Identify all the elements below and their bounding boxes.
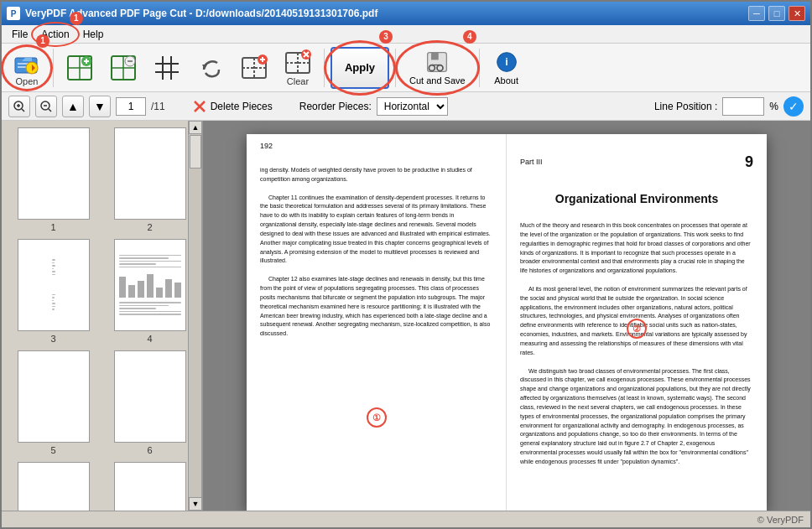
thumbnail-label: 6 [147, 445, 152, 455]
list-item[interactable]: 6 [105, 350, 195, 455]
document-spread: 192 ing density. Models of weighted dens… [247, 134, 767, 511]
clear-label: Clear [287, 76, 309, 86]
right-page-content: Much of the theory and research in this … [520, 221, 753, 467]
open-icon [13, 49, 40, 76]
list-item[interactable]: 2 [105, 127, 195, 232]
menu-file[interactable]: File [5, 27, 34, 42]
thumbnail-label: 3 [50, 334, 55, 344]
about-button[interactable]: i About [486, 47, 528, 89]
thumbnail-preview [18, 350, 90, 443]
delete-pieces-button[interactable]: Delete Pieces [185, 97, 279, 116]
thumbnail-panel: 1 2 [2, 121, 203, 511]
add-page-cut-button[interactable] [60, 47, 100, 89]
nav-down-button[interactable]: ▼ [89, 96, 111, 117]
thumbnail-preview [114, 462, 186, 511]
title-bar-left: P VeryPDF Advanced PDF Page Cut - D:/dow… [7, 7, 377, 20]
open-button[interactable]: Open 1 [7, 47, 47, 89]
main-content: 1 2 [2, 121, 810, 511]
undo-button[interactable] [190, 47, 231, 89]
doc-left-circle: ① [367, 407, 387, 428]
status-bar: © VeryPDF [2, 511, 810, 527]
scroll-track [189, 134, 201, 497]
thumbnail-preview [18, 127, 90, 220]
title-bar-controls: ─ □ ✕ [748, 6, 805, 21]
app-icon: P [7, 7, 20, 20]
list-item[interactable]: 4 [105, 239, 195, 344]
split-button[interactable] [234, 47, 274, 89]
grid-icon [154, 54, 180, 81]
confirm-button[interactable]: ✓ [783, 96, 804, 117]
page-left: 192 ing density. Models of weighted dens… [247, 134, 507, 511]
split-icon [241, 54, 268, 81]
main-toolbar: Open 1 [2, 44, 810, 92]
thumbnail-preview [18, 462, 90, 511]
svg-rect-35 [431, 52, 439, 60]
thumbnail-grid: 1 2 [2, 121, 201, 511]
apply-button[interactable]: Apply [331, 47, 389, 89]
cut-save-button[interactable]: Cut and Save [402, 47, 473, 89]
chapter-title: Organizational Environments [520, 190, 753, 208]
action-number-badge: 1 [70, 12, 83, 25]
left-page-content: ing density. Models of weighted density … [260, 166, 492, 339]
cut-save-number-badge: 4 [463, 30, 476, 44]
scroll-thumb[interactable] [190, 135, 201, 169]
open-label: Open [16, 76, 39, 86]
cut-save-wrapper: Cut and Save 4 [402, 47, 473, 89]
clear-icon [284, 49, 311, 76]
apply-number-badge: 3 [379, 30, 393, 44]
page-number-input[interactable] [116, 97, 146, 116]
clear-button[interactable]: Clear [278, 47, 318, 89]
page-total: /11 [151, 101, 165, 112]
apply-btn-wrapper: Apply 3 [331, 47, 389, 89]
svg-line-44 [22, 109, 24, 112]
thumbnail-preview [18, 239, 90, 331]
grid-button[interactable] [147, 47, 187, 89]
right-part-label: Part III [520, 157, 543, 169]
list-item[interactable]: 7 [8, 462, 98, 511]
close-button[interactable]: ✕ [789, 6, 805, 21]
thumbnail-scrollbar[interactable]: ▲ ▼ [188, 121, 201, 511]
title-bar: P VeryPDF Advanced PDF Page Cut - D:/dow… [2, 2, 810, 25]
thumbnail-label: 5 [50, 445, 55, 455]
percent-label: % [769, 101, 778, 112]
list-item[interactable]: 8 [105, 462, 195, 511]
document-area[interactable]: 192 ing density. Models of weighted dens… [203, 121, 810, 511]
zoom-in-button[interactable] [8, 96, 30, 117]
sep3 [395, 49, 396, 87]
page-right: Part III 9 Organizational Environments M… [507, 134, 767, 511]
sep2 [324, 49, 325, 87]
thumbnail-preview [114, 239, 186, 331]
about-label: About [494, 75, 518, 86]
thumbnail-label: 2 [147, 222, 152, 232]
reorder-pieces-label: Reorder Pieces: [299, 101, 372, 112]
add-page-cut-icon [66, 54, 93, 81]
remove-icon [110, 54, 137, 81]
delete-pieces-label: Delete Pieces [211, 101, 273, 112]
left-page-number: 192 [260, 141, 273, 153]
thumbnail-label: 1 [50, 222, 55, 232]
thumbnail-preview [114, 350, 186, 443]
svg-line-47 [49, 109, 51, 112]
remove-button[interactable] [103, 47, 143, 89]
nav-up-button[interactable]: ▲ [62, 96, 84, 117]
scroll-down-button[interactable]: ▼ [189, 497, 202, 511]
svg-text:i: i [505, 56, 508, 68]
sep1 [53, 49, 54, 87]
sub-toolbar: ▲ ▼ /11 Delete Pieces Reorder Pieces: Ho… [2, 92, 810, 121]
cut-save-label: Cut and Save [409, 75, 466, 86]
list-item[interactable]: 1 [8, 127, 98, 232]
minimize-button[interactable]: ─ [748, 6, 765, 21]
undo-icon [197, 54, 224, 81]
menu-bar: File Action 1 Help [2, 25, 810, 44]
reorder-pieces-select[interactable]: Horizontal Vertical [377, 97, 448, 116]
scroll-up-button[interactable]: ▲ [189, 121, 202, 134]
list-item[interactable]: 5 [8, 350, 98, 455]
zoom-out-button[interactable] [35, 96, 57, 117]
maximize-button[interactable]: □ [768, 6, 785, 21]
thumbnail-preview [114, 127, 186, 220]
sep4 [479, 49, 480, 87]
right-page-number: 9 [745, 151, 753, 174]
line-position-input[interactable] [722, 97, 764, 116]
menu-help[interactable]: Help [76, 27, 111, 42]
list-item[interactable]: 3 [8, 239, 98, 344]
